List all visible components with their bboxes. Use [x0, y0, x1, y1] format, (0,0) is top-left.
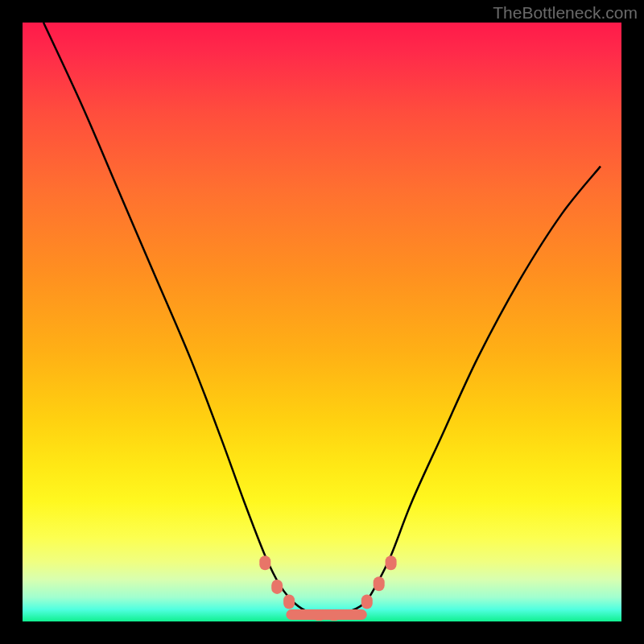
highlight-bar [286, 609, 366, 620]
bottleneck-curve [43, 23, 601, 614]
highlight-dot [374, 576, 385, 591]
highlight-dots-group [259, 555, 396, 621]
chart-svg [23, 23, 621, 621]
watermark-text: TheBottleneck.com [493, 3, 638, 23]
highlight-dot [259, 555, 270, 570]
highlight-dot [361, 595, 373, 609]
highlight-dot [386, 555, 397, 570]
highlight-dot [283, 595, 295, 609]
highlight-dot [271, 580, 283, 594]
chart-plot-area [23, 23, 621, 621]
